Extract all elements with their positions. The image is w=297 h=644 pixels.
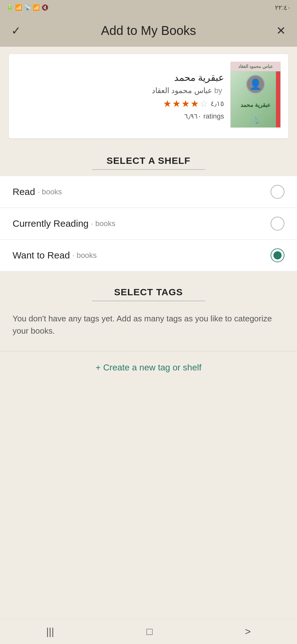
tags-divider xyxy=(92,301,205,301)
rating-number: ٤٫١٥ xyxy=(211,100,224,108)
book-cover: عباس محمود العقاد 👤 عبقرية محمد ⚓ xyxy=(230,62,281,131)
shelf-item-read[interactable]: Read · books xyxy=(0,176,297,208)
shelf-label-want-to-read: Want to Read · books xyxy=(13,250,99,261)
shelf-label-currently-reading: Currently Reading · books xyxy=(13,218,117,229)
shelf-item-currently-reading[interactable]: Currently Reading · books xyxy=(0,208,297,240)
select-shelf-section: SELECT A SHELF xyxy=(0,146,297,176)
battery-icon: 🔋 xyxy=(6,4,13,11)
shelf-list: Read · books Currently Reading · books W… xyxy=(0,176,297,271)
radio-want-to-read[interactable] xyxy=(271,248,284,262)
cover-publisher-icon: ⚓ xyxy=(252,116,260,124)
star-3: ★ xyxy=(181,98,190,109)
wifi-icon: 📶 xyxy=(33,4,40,11)
tags-empty-message: You don't have any tags yet. Add as many… xyxy=(0,308,297,345)
radio-currently-reading[interactable] xyxy=(271,217,284,230)
cover-strip xyxy=(276,71,280,127)
nav-forward-button[interactable]: > xyxy=(232,623,263,641)
cover-arabic-title: عبقرية محمد xyxy=(239,100,272,110)
shelf-section-title: SELECT A SHELF xyxy=(0,146,297,169)
book-cover-top: عباس محمود العقاد xyxy=(230,62,281,71)
signal2-icon: 📡 xyxy=(24,4,31,11)
shelf-item-want-to-read[interactable]: Want to Read · books xyxy=(0,240,297,271)
close-button[interactable]: ✕ xyxy=(276,24,286,37)
book-rating-row: ٤٫١٥ ☆ ★ ★ ★ ★ xyxy=(163,98,224,109)
tags-section-title: SELECT TAGS xyxy=(0,277,297,301)
page-title: Add to My Books xyxy=(101,24,196,38)
mute-icon: 🔇 xyxy=(41,4,48,11)
shelf-count-read: · books xyxy=(38,187,62,196)
book-card: عبقرية محمد عباس محمود العقاد by ٤٫١٥ ☆ … xyxy=(9,54,288,138)
book-info: عبقرية محمد عباس محمود العقاد by ٤٫١٥ ☆ … xyxy=(16,72,224,120)
nav-home-button[interactable]: □ xyxy=(134,623,165,641)
shelf-label-read: Read · books xyxy=(13,186,64,197)
star-4: ★ xyxy=(172,98,181,109)
shelf-name-currently-reading: Currently Reading xyxy=(13,218,89,229)
star-5: ★ xyxy=(163,98,172,109)
nav-back-button[interactable]: ||| xyxy=(34,623,67,641)
signal1-icon: 📶 xyxy=(15,4,22,11)
ratings-count: ٦٫٩٦٠ ratings xyxy=(184,112,224,120)
book-author: عباس محمود العقاد by xyxy=(152,86,224,95)
confirm-button[interactable]: ✓ xyxy=(11,24,21,37)
status-bar: 🔋 📶 📡 📶 🔇 ٢٢:٤٠ xyxy=(0,0,297,15)
star-rating: ☆ ★ ★ ★ ★ xyxy=(163,98,208,109)
create-tag-button[interactable]: + Create a new tag or shelf xyxy=(0,351,297,384)
bottom-spacer xyxy=(0,384,297,619)
author-avatar: 👤 xyxy=(246,75,265,94)
shelf-name-want-to-read: Want to Read xyxy=(13,250,70,261)
shelf-name-read: Read xyxy=(13,186,35,197)
shelf-count-want-to-read: · books xyxy=(72,251,96,260)
book-cover-main: 👤 عبقرية محمد ⚓ xyxy=(230,71,281,128)
status-icons: 🔋 📶 📡 📶 🔇 xyxy=(6,4,48,11)
nav-bar: ||| □ > xyxy=(0,619,297,644)
star-2: ★ xyxy=(190,98,199,109)
status-time: ٢٢:٤٠ xyxy=(275,4,291,11)
select-tags-section: SELECT TAGS You don't have any tags yet.… xyxy=(0,271,297,351)
shelf-divider xyxy=(92,169,205,170)
star-1: ☆ xyxy=(200,98,208,109)
radio-read[interactable] xyxy=(271,185,284,199)
shelf-count-currently-reading: · books xyxy=(91,219,115,228)
header: ✓ Add to My Books ✕ xyxy=(0,15,297,47)
book-title: عبقرية محمد xyxy=(174,72,224,83)
